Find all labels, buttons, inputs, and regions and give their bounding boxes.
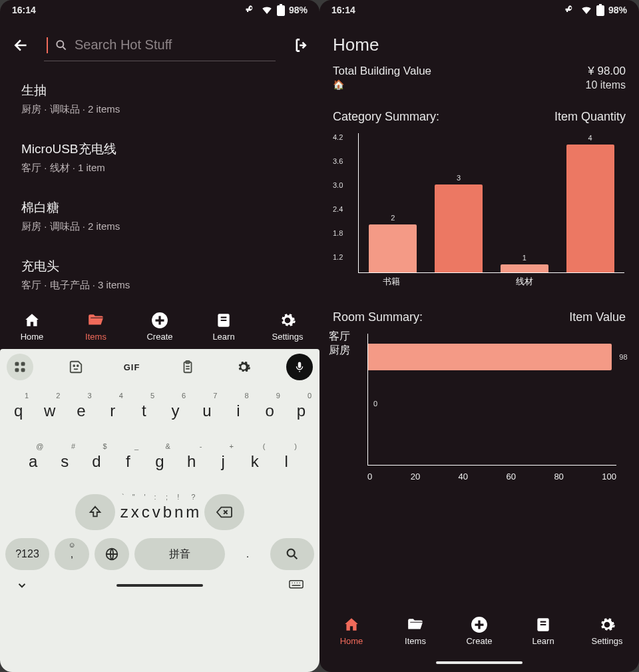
nav-settings[interactable]: Settings — [579, 616, 635, 646]
key-hint: 1 — [25, 392, 29, 400]
key-h[interactable]: -h — [177, 442, 206, 481]
section-right: Item Value — [569, 310, 626, 324]
book-icon — [215, 312, 232, 329]
chart-xcats: 书籍线材 — [358, 276, 624, 288]
xtick: 60 — [506, 472, 515, 482]
key-e[interactable]: 3e — [67, 392, 95, 430]
key-hint: 8 — [244, 392, 248, 400]
sticker-icon — [69, 360, 83, 374]
nav-label: Learn — [212, 332, 234, 342]
key-g[interactable]: &g — [145, 442, 174, 481]
list-item[interactable]: 棉白糖 厨房 · 调味品 · 2 items — [0, 186, 320, 245]
chevron-down-icon[interactable] — [16, 579, 28, 591]
key-y[interactable]: 6y — [161, 392, 190, 430]
key-t[interactable]: 5t — [130, 392, 158, 430]
nav-create[interactable]: Create — [132, 312, 188, 342]
back-button[interactable] — [8, 32, 35, 59]
key-char: h — [187, 452, 196, 471]
key-hint: 7 — [213, 392, 217, 400]
gesture-handle[interactable] — [436, 661, 523, 664]
key-j[interactable]: +j — [208, 442, 238, 481]
shift-key[interactable] — [75, 494, 115, 530]
status-time: 16:14 — [331, 5, 355, 15]
key-p[interactable]: 0p — [287, 392, 316, 430]
key-d[interactable]: $d — [82, 442, 111, 481]
comma-char: , — [71, 548, 73, 560]
key-n[interactable]: !n — [174, 493, 183, 531]
search-icon — [285, 547, 300, 561]
key-char: o — [266, 402, 274, 420]
key-char: m — [186, 503, 199, 521]
status-icons: 98% — [245, 4, 308, 16]
gear-icon — [236, 360, 251, 374]
key-f[interactable]: _f — [114, 442, 143, 481]
period-key[interactable]: . — [230, 538, 265, 570]
item-list[interactable]: 生抽 厨房 · 调味品 · 2 itemsMicroUSB充电线 客厅 · 线材… — [0, 64, 320, 304]
keyboard-icon[interactable] — [289, 579, 304, 591]
key-q[interactable]: 1q — [4, 392, 33, 430]
keyboard-settings-button[interactable] — [230, 354, 257, 380]
home-icon — [23, 312, 41, 329]
mic-icon — [294, 361, 306, 373]
language-key[interactable] — [95, 538, 129, 570]
nav-label: Learn — [532, 636, 554, 646]
home-icon — [343, 616, 360, 633]
key-w[interactable]: 2w — [35, 392, 64, 430]
nav-settings[interactable]: Settings — [260, 312, 316, 342]
list-item[interactable]: 生抽 厨房 · 调味品 · 2 items — [0, 69, 320, 128]
clipboard-button[interactable] — [174, 354, 201, 380]
category-chart: 2314 书籍线材 1.21.82.43.03.64.2 — [329, 129, 630, 292]
keyboard-row-1: 1q2w3e4r5t6y7u8i9o0p — [4, 392, 316, 430]
keyboard-rows: 1q2w3e4r5t6y7u8i9o0p @a#s$d_f&g-h+j(k)l … — [0, 385, 320, 531]
key-k[interactable]: (k — [240, 442, 270, 481]
search-key[interactable] — [270, 538, 314, 570]
item-title: 充电头 — [21, 258, 298, 275]
sticker-button[interactable] — [63, 354, 89, 380]
key-c[interactable]: 'c — [142, 493, 150, 531]
bar-value: 2 — [391, 214, 395, 222]
symbols-key[interactable]: ?123 — [5, 538, 49, 570]
gif-button[interactable]: GIF — [118, 354, 145, 380]
space-key[interactable]: 拼音 — [134, 538, 225, 570]
bar-value: 3 — [457, 174, 461, 182]
svg-rect-4 — [21, 362, 25, 366]
key-l[interactable]: )l — [272, 442, 301, 481]
nav-home[interactable]: Home — [4, 312, 60, 342]
ytick: 3.6 — [333, 157, 343, 165]
key-x[interactable]: "x — [131, 493, 139, 531]
keyboard-apps-button[interactable] — [7, 354, 33, 380]
page-header: Home Total Building Value ¥ 98.00 🏠 10 i… — [320, 20, 639, 91]
nav-learn[interactable]: Learn — [196, 312, 252, 342]
wifi-icon — [261, 4, 273, 16]
key-s[interactable]: #s — [51, 442, 80, 481]
key-v[interactable]: :v — [152, 493, 160, 531]
key-hint: @ — [36, 442, 43, 450]
key-z[interactable]: `z — [120, 493, 128, 531]
comma-key[interactable]: ☺ , — [55, 538, 89, 570]
key-b[interactable]: ;b — [163, 493, 172, 531]
mic-button[interactable] — [286, 354, 313, 380]
key-i[interactable]: 8i — [224, 392, 252, 430]
list-item[interactable]: 充电头 客厅 · 电子产品 · 3 items — [0, 245, 320, 304]
key-r[interactable]: 4r — [99, 392, 127, 430]
item-title: 生抽 — [21, 82, 298, 99]
nav-items[interactable]: Items — [68, 312, 124, 342]
key-hint: ! — [177, 493, 179, 501]
key-char: t — [142, 402, 146, 420]
exit-button[interactable] — [285, 32, 312, 59]
item-sub: 厨房 · 调味品 · 2 items — [21, 103, 298, 116]
key-m[interactable]: ?m — [186, 493, 199, 531]
key-u[interactable]: 7u — [192, 392, 221, 430]
gesture-handle[interactable] — [116, 584, 203, 587]
list-item[interactable]: MicroUSB充电线 客厅 · 线材 · 1 item — [0, 128, 320, 186]
nav-items[interactable]: Items — [387, 616, 443, 646]
key-a[interactable]: @a — [19, 442, 48, 481]
search-input[interactable]: Search Hot Stuff — [44, 29, 276, 61]
key-hint: 5 — [150, 392, 154, 400]
nav-learn[interactable]: Learn — [515, 616, 571, 646]
nav-home[interactable]: Home — [323, 616, 379, 646]
backspace-key[interactable] — [204, 494, 244, 530]
key-o[interactable]: 9o — [256, 392, 284, 430]
ytick: 1.2 — [333, 253, 343, 261]
nav-create[interactable]: Create — [451, 616, 507, 646]
